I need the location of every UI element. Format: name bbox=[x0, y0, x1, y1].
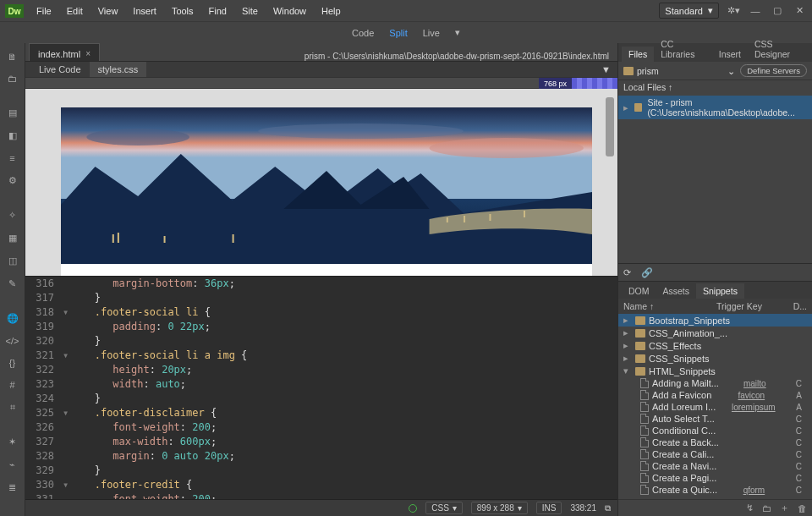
code-line[interactable]: 318▾ .footer-social li { bbox=[25, 305, 617, 320]
panel-tab2-dom[interactable]: DOM bbox=[622, 283, 656, 299]
snippet-folder[interactable]: HTML_Snippets bbox=[618, 365, 812, 377]
tab-index-html[interactable]: index.html × bbox=[29, 43, 100, 61]
file-icon[interactable]: 🗎 bbox=[6, 52, 19, 62]
hash-icon[interactable]: # bbox=[6, 380, 19, 390]
add-icon[interactable]: ＋ bbox=[780, 502, 789, 514]
code-line[interactable]: 323 width: auto; bbox=[25, 377, 617, 392]
status-device-icon[interactable]: ⧉ bbox=[605, 503, 611, 513]
view-live[interactable]: Live bbox=[423, 28, 440, 38]
snippet-folder[interactable]: CSS_Effects bbox=[618, 339, 812, 352]
code-line[interactable]: 328 margin: 0 auto 20px; bbox=[25, 449, 617, 464]
code-line[interactable]: 329 } bbox=[25, 464, 617, 478]
code-line[interactable]: 325▾ .footer-disclaimer { bbox=[25, 406, 617, 420]
link-icon[interactable]: 🔗 bbox=[641, 267, 653, 278]
snippet-folder[interactable]: CSS_Animation_... bbox=[618, 327, 812, 339]
col-name[interactable]: Name ↑ bbox=[623, 301, 708, 311]
workspace-switcher[interactable]: Standard ▾ bbox=[659, 3, 719, 19]
filter-icon[interactable]: ▼ bbox=[601, 64, 617, 74]
code-line[interactable]: 321▾ .footer-social li a img { bbox=[25, 349, 617, 363]
code-line[interactable]: 327 max-width: 600px; bbox=[25, 435, 617, 449]
panel-tab-files[interactable]: Files bbox=[622, 47, 654, 62]
bracket-icon[interactable]: {} bbox=[6, 358, 19, 368]
marker-icon[interactable]: ◫ bbox=[6, 255, 19, 266]
status-language[interactable]: CSS ▾ bbox=[425, 502, 463, 514]
menu-help[interactable]: Help bbox=[314, 3, 348, 19]
view-split[interactable]: Split bbox=[389, 28, 407, 38]
code-line[interactable]: 316 margin-bottom: 36px; bbox=[25, 277, 617, 291]
dom-icon[interactable]: ▤ bbox=[6, 107, 19, 118]
assets-icon[interactable]: ◧ bbox=[6, 130, 19, 141]
panel-tab2-snippets[interactable]: Snippets bbox=[696, 283, 744, 299]
gear-icon[interactable]: ⚙ bbox=[6, 175, 19, 186]
menu-view[interactable]: View bbox=[91, 3, 126, 19]
menu-file[interactable]: File bbox=[29, 3, 59, 19]
list-icon[interactable]: ≡ bbox=[6, 153, 19, 163]
close-button[interactable]: ✕ bbox=[792, 5, 807, 17]
menu-window[interactable]: Window bbox=[266, 3, 314, 19]
snippet-item[interactable]: Create a Back... C bbox=[618, 436, 812, 448]
code-line[interactable]: 317 } bbox=[25, 291, 617, 305]
star-icon[interactable]: ✶ bbox=[6, 436, 19, 447]
menu-find[interactable]: Find bbox=[201, 3, 234, 19]
trash-icon[interactable]: 🗑 bbox=[798, 503, 807, 513]
preview-scrollbar[interactable] bbox=[606, 97, 614, 156]
files-root-row[interactable]: Site - prism (C:\Users\nishkuma\Desktop\… bbox=[618, 96, 812, 119]
snippet-item[interactable]: Create a Pagi... C bbox=[618, 472, 812, 484]
code-line[interactable]: 322 height: 20px; bbox=[25, 363, 617, 377]
col-d[interactable]: D... bbox=[793, 301, 807, 311]
code-icon[interactable]: </> bbox=[6, 336, 19, 346]
new-folder-icon[interactable]: 🗀 bbox=[762, 503, 771, 513]
maximize-button[interactable]: ▢ bbox=[770, 5, 785, 17]
chevron-down-icon[interactable]: ▾ bbox=[455, 27, 460, 38]
files-tree: Site - prism (C:\Users\nishkuma\Desktop\… bbox=[618, 96, 812, 119]
view-code[interactable]: Code bbox=[352, 28, 374, 38]
menu-site[interactable]: Site bbox=[234, 3, 266, 19]
status-dimensions[interactable]: 899 x 288 ▾ bbox=[471, 502, 528, 514]
snippet-item[interactable]: Create a Navi... C bbox=[618, 460, 812, 472]
comment-icon[interactable]: ⌁ bbox=[6, 459, 19, 470]
code-editor[interactable]: 316 margin-bottom: 36px;317 }318▾ .foote… bbox=[25, 277, 617, 516]
files-header-localfiles[interactable]: Local Files ↑ bbox=[618, 80, 812, 96]
minimize-button[interactable]: — bbox=[748, 5, 763, 17]
sync-settings-icon[interactable]: ✲▾ bbox=[726, 5, 741, 17]
sync-icon[interactable]: ↯ bbox=[746, 502, 754, 513]
wand-icon[interactable]: ✧ bbox=[6, 210, 19, 221]
subtab-livecode[interactable]: Live Code bbox=[30, 62, 90, 77]
snippet-item[interactable]: Add a Favicon favicon A bbox=[618, 389, 812, 401]
code-line[interactable]: 320 } bbox=[25, 334, 617, 349]
panel-tab-insert[interactable]: Insert bbox=[712, 47, 748, 62]
grid-icon[interactable]: ▦ bbox=[6, 233, 19, 244]
close-icon[interactable]: × bbox=[85, 49, 91, 58]
stack-icon[interactable]: ≣ bbox=[6, 482, 19, 493]
panel-tab-css-designer[interactable]: CSS Designer bbox=[748, 36, 812, 62]
code-line[interactable]: 324 } bbox=[25, 392, 617, 406]
snippet-folder[interactable]: CSS_Snippets bbox=[618, 352, 812, 365]
menu-edit[interactable]: Edit bbox=[59, 3, 91, 19]
snippet-item[interactable]: Add Loreum I... loremipsum A bbox=[618, 401, 812, 413]
snippet-item[interactable]: Auto Select T... C bbox=[618, 413, 812, 425]
menu-insert[interactable]: Insert bbox=[125, 3, 164, 19]
live-preview[interactable] bbox=[25, 89, 617, 277]
refresh-icon[interactable]: ⟳ bbox=[623, 267, 631, 278]
panel-tab-cc-libraries[interactable]: CC Libraries bbox=[654, 36, 712, 62]
panel-tab2-assets[interactable]: Assets bbox=[656, 283, 697, 299]
subtab-styles[interactable]: styles.css bbox=[90, 62, 147, 77]
status-ins[interactable]: INS bbox=[536, 502, 562, 514]
site-selector[interactable]: prism ⌄ bbox=[623, 66, 735, 76]
snippet-folder[interactable]: Bootstrap_Snippets bbox=[618, 314, 812, 327]
snippet-item[interactable]: Conditional C... C bbox=[618, 425, 812, 436]
code-line[interactable]: 326 font-weight: 200; bbox=[25, 420, 617, 435]
snippet-item[interactable]: Create a Quic... qform C bbox=[618, 484, 812, 496]
tag-icon[interactable]: ⌗ bbox=[6, 402, 19, 413]
define-servers-button[interactable]: Define Servers bbox=[740, 64, 807, 77]
code-line[interactable]: 330▾ .footer-credit { bbox=[25, 478, 617, 492]
manage-sites-icon[interactable]: 🗀 bbox=[6, 74, 19, 84]
snippet-item[interactable]: Create a Cali... C bbox=[618, 448, 812, 460]
snippet-item[interactable]: Adding a Mailt... mailto C bbox=[618, 377, 812, 389]
code-line[interactable]: 319 padding: 0 22px; bbox=[25, 320, 617, 334]
breakpoint-marker[interactable]: 768 px bbox=[539, 78, 572, 90]
paint-icon[interactable]: ✎ bbox=[6, 278, 19, 289]
col-trigger[interactable]: Trigger Key bbox=[716, 301, 785, 311]
menu-tools[interactable]: Tools bbox=[164, 3, 201, 19]
globe-icon[interactable]: 🌐 bbox=[6, 313, 19, 324]
